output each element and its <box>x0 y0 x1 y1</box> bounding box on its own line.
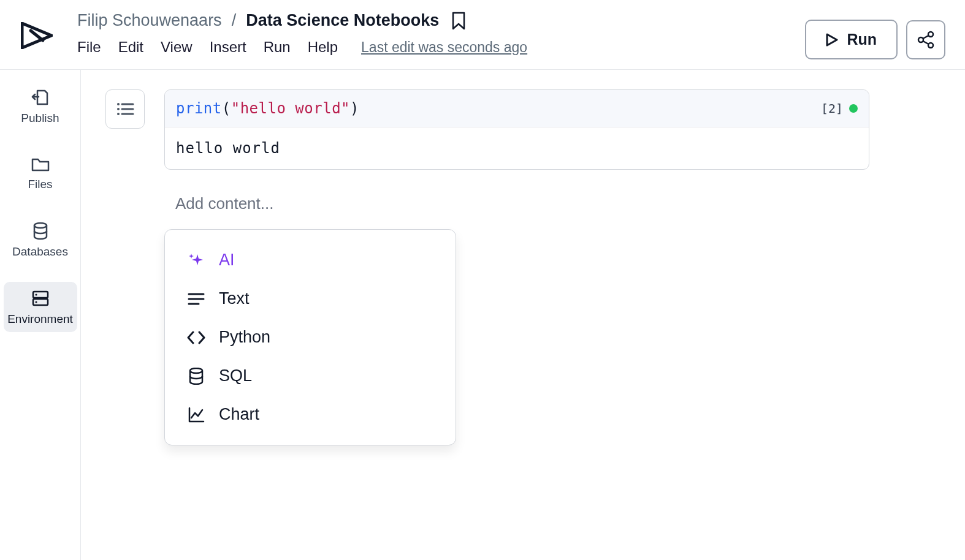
dropdown-item-ai[interactable]: AI <box>165 241 456 279</box>
run-button-label: Run <box>847 31 877 48</box>
breadcrumb: Filip Schouwenaars / Data Science Notebo… <box>77 11 527 30</box>
share-button[interactable] <box>906 20 945 59</box>
menu-insert[interactable]: Insert <box>210 39 246 56</box>
cell-output: hello world <box>165 127 869 169</box>
toc-button[interactable] <box>105 89 145 129</box>
bookmark-icon[interactable] <box>451 12 466 30</box>
header-actions: Run <box>805 20 945 59</box>
menu-help[interactable]: Help <box>308 39 338 56</box>
run-button[interactable]: Run <box>805 20 898 59</box>
svg-line-6 <box>923 36 929 39</box>
sidebar-item-label: Publish <box>21 112 59 125</box>
left-sidebar: Publish Files Databases <box>0 70 81 560</box>
svg-point-4 <box>918 37 923 42</box>
svg-point-13 <box>35 301 37 303</box>
dropdown-item-label: Python <box>219 328 270 347</box>
sparkle-icon <box>187 251 205 270</box>
svg-point-16 <box>117 108 120 110</box>
execution-count: [2] <box>821 101 843 116</box>
notebook-column: print("hello world") [2] hello world Add… <box>164 89 869 445</box>
text-lines-icon <box>187 290 205 308</box>
share-icon <box>917 31 935 49</box>
cell-meta: [2] <box>821 101 858 116</box>
database-icon <box>187 367 205 385</box>
dropdown-item-label: Text <box>219 289 250 308</box>
menu-edit[interactable]: Edit <box>118 39 143 56</box>
code-text: print("hello world") <box>176 100 359 117</box>
svg-point-23 <box>190 368 202 373</box>
svg-point-12 <box>35 293 37 295</box>
play-icon <box>826 33 838 47</box>
svg-point-5 <box>928 43 933 48</box>
chart-line-icon <box>187 406 205 424</box>
dropdown-item-label: AI <box>219 251 235 270</box>
breadcrumb-notebook-title[interactable]: Data Science Notebooks <box>246 11 439 30</box>
code-cell[interactable]: print("hello world") [2] hello world <box>164 89 869 170</box>
svg-point-3 <box>928 32 933 37</box>
svg-line-7 <box>923 41 929 44</box>
breadcrumb-owner[interactable]: Filip Schouwenaars <box>77 11 222 30</box>
publish-icon <box>31 88 50 107</box>
header: Filip Schouwenaars / Data Science Notebo… <box>0 0 965 70</box>
app-logo[interactable] <box>20 18 54 53</box>
code-brackets-icon <box>187 328 205 347</box>
add-content-dropdown: AI Text <box>164 229 456 445</box>
dropdown-item-python[interactable]: Python <box>165 318 456 357</box>
svg-point-14 <box>117 103 120 105</box>
dropdown-item-chart[interactable]: Chart <box>165 395 456 434</box>
code-input-area[interactable]: print("hello world") [2] <box>165 90 869 127</box>
last-edit-status[interactable]: Last edit was seconds ago <box>361 39 527 56</box>
svg-point-9 <box>34 223 47 228</box>
sidebar-item-label: Environment <box>7 312 73 326</box>
list-icon <box>116 102 134 116</box>
sidebar-item-databases[interactable]: Databases <box>4 214 77 265</box>
main-area: print("hello world") [2] hello world Add… <box>81 70 965 560</box>
breadcrumb-separator: / <box>232 11 237 30</box>
dropdown-item-label: Chart <box>219 405 259 424</box>
menu-view[interactable]: View <box>161 39 193 56</box>
status-dot-icon <box>849 104 858 113</box>
dropdown-item-label: SQL <box>219 366 252 385</box>
menubar: File Edit View Insert Run Help Last edit… <box>77 39 527 56</box>
sidebar-item-label: Databases <box>12 245 68 259</box>
body: Publish Files Databases <box>0 70 965 560</box>
menu-file[interactable]: File <box>77 39 101 56</box>
sidebar-item-label: Files <box>28 178 52 191</box>
svg-marker-2 <box>827 34 837 45</box>
svg-point-18 <box>117 113 120 115</box>
sidebar-item-environment[interactable]: Environment <box>4 282 77 332</box>
server-icon <box>31 289 50 308</box>
add-content-prompt[interactable]: Add content... <box>164 194 869 213</box>
dropdown-item-text[interactable]: Text <box>165 279 456 318</box>
sidebar-item-files[interactable]: Files <box>4 148 77 197</box>
dropdown-item-sql[interactable]: SQL <box>165 357 456 395</box>
sidebar-item-publish[interactable]: Publish <box>4 81 77 131</box>
title-area: Filip Schouwenaars / Data Science Notebo… <box>77 11 527 56</box>
database-icon <box>32 222 49 240</box>
menu-run[interactable]: Run <box>264 39 291 56</box>
folder-icon <box>31 156 50 173</box>
